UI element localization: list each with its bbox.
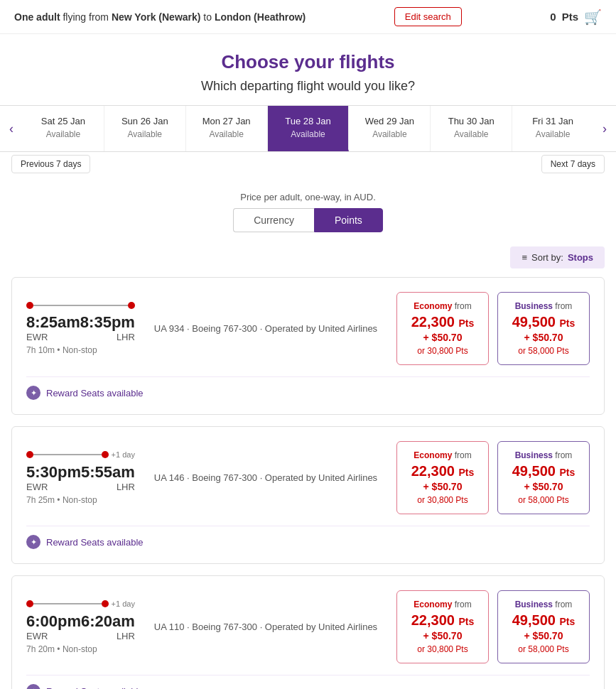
- points-label: Pts: [562, 11, 578, 23]
- economy-label: Economy from: [409, 600, 477, 609]
- top-bar: One adult flying from New York (Newark) …: [0, 0, 616, 34]
- flight-list: 8:25am EWR 8:35pm LHR 7h 10m • Non-stop …: [0, 277, 616, 689]
- reward-text: Reward Seats available: [46, 388, 144, 398]
- flight-duration: 7h 25m • Non-stop: [26, 495, 135, 505]
- reward-text: Reward Seats available: [46, 537, 144, 548]
- date-tab-day: Tue 28 Jan: [274, 116, 343, 126]
- depart-dot: [26, 600, 33, 607]
- flight-card-0: 8:25am EWR 8:35pm LHR 7h 10m • Non-stop …: [11, 277, 605, 415]
- business-price-box[interactable]: Business from 49,500 Pts + $50.70 or 58,…: [497, 441, 590, 514]
- arrive-info: 6:20am LHR: [81, 612, 135, 641]
- date-selector: ‹ Sat 25 JanAvailableSun 26 JanAvailable…: [0, 105, 616, 152]
- economy-price-box[interactable]: Economy from 22,300 Pts + $50.70 or 30,8…: [396, 441, 489, 514]
- date-tab-5[interactable]: Thu 30 JanAvailable: [431, 106, 512, 151]
- depart-time: 6:00pm: [26, 612, 81, 631]
- sort-value: Stops: [568, 252, 593, 263]
- flight-card-1: +1 day 5:30pm EWR 5:55am LHR 7h 25m • No…: [11, 426, 605, 564]
- date-tabs: Sat 25 JanAvailableSun 26 JanAvailableMo…: [23, 106, 593, 151]
- economy-pts-main: 22,300 Pts: [409, 612, 477, 629]
- reward-row: ✦ Reward Seats available: [26, 675, 590, 689]
- reward-text: Reward Seats available: [46, 686, 144, 690]
- currency-toggle-button[interactable]: Currency: [233, 208, 314, 232]
- date-tab-day: Sat 25 Jan: [28, 116, 98, 126]
- price-options: Economy from 22,300 Pts + $50.70 or 30,8…: [396, 590, 590, 663]
- economy-or: or 30,800 Pts: [409, 346, 477, 356]
- sort-bar: ≡ Sort by: Stops: [0, 246, 616, 277]
- date-tab-status: Available: [436, 129, 506, 139]
- flight-number: UA 110 · Boeing 767-300 · Operated by Un…: [154, 622, 377, 632]
- economy-price-box[interactable]: Economy from 22,300 Pts + $50.70 or 30,8…: [396, 590, 489, 663]
- depart-dot: [26, 302, 33, 309]
- flight-details-col: UA 934 · Boeing 767-300 · Operated by Un…: [154, 323, 377, 334]
- business-price-box[interactable]: Business from 49,500 Pts + $50.70 or 58,…: [497, 292, 590, 365]
- date-tab-status: Available: [28, 129, 98, 139]
- date-tab-0[interactable]: Sat 25 JanAvailable: [23, 106, 104, 151]
- arrive-airport: LHR: [80, 332, 135, 342]
- flight-number: UA 146 · Boeing 767-300 · Operated by Un…: [154, 472, 377, 483]
- economy-surcharge: + $50.70: [409, 481, 477, 492]
- arrive-time-block: 8:35pm: [80, 313, 135, 332]
- business-or: or 58,000 Pts: [509, 346, 578, 356]
- depart-info: 8:25am EWR: [26, 313, 80, 342]
- business-label: Business from: [509, 450, 578, 460]
- date-tab-4[interactable]: Wed 29 JanAvailable: [349, 106, 431, 151]
- depart-dot: [26, 451, 33, 458]
- flight-times: 8:25am EWR 8:35pm LHR 7h 10m • Non-stop: [26, 302, 135, 355]
- next-7-days-button[interactable]: Next 7 days: [541, 155, 605, 173]
- flight-card-2: +1 day 6:00pm EWR 6:20am LHR 7h 20m • No…: [11, 575, 605, 689]
- economy-surcharge: + $50.70: [409, 332, 477, 343]
- date-tab-3[interactable]: Tue 28 JanAvailable: [268, 106, 350, 151]
- business-or: or 58,000 Pts: [509, 495, 578, 505]
- route-visual: +1 day: [26, 600, 135, 608]
- flight-duration: 7h 20m • Non-stop: [26, 644, 135, 654]
- depart-info: 6:00pm EWR: [26, 612, 81, 641]
- date-tab-status: Available: [274, 129, 343, 139]
- depart-airport: EWR: [26, 482, 81, 492]
- depart-time: 5:30pm: [26, 463, 81, 482]
- points-toggle-button[interactable]: Points: [314, 208, 383, 232]
- flight-details-col: UA 110 · Boeing 767-300 · Operated by Un…: [154, 622, 377, 632]
- date-tab-6[interactable]: Fri 31 JanAvailable: [512, 106, 593, 151]
- prev-date-nav[interactable]: ‹: [0, 106, 23, 151]
- flight-main-row: +1 day 5:30pm EWR 5:55am LHR 7h 25m • No…: [26, 441, 590, 514]
- time-airports: 8:25am EWR 8:35pm LHR: [26, 313, 135, 342]
- date-tab-status: Available: [192, 129, 261, 139]
- depart-time: 8:25am: [26, 313, 80, 332]
- price-info: Price per adult, one-way, in AUD.: [0, 192, 616, 202]
- cart-icon[interactable]: 🛒: [584, 9, 602, 26]
- flight-info: One adult flying from New York (Newark) …: [14, 11, 306, 23]
- reward-row: ✦ Reward Seats available: [26, 376, 590, 400]
- currency-points-toggle: Currency Points: [0, 208, 616, 232]
- date-tab-day: Sun 26 Jan: [110, 116, 180, 126]
- economy-pts-main: 22,300 Pts: [409, 314, 477, 330]
- plus-day-label: +1 day: [112, 600, 135, 608]
- time-airports: 5:30pm EWR 5:55am LHR: [26, 463, 135, 492]
- economy-or: or 30,800 Pts: [409, 495, 477, 505]
- next-date-nav[interactable]: ›: [593, 106, 616, 151]
- page-title: Choose your flights: [0, 34, 616, 79]
- arrive-time: 5:55am: [81, 463, 135, 482]
- arrive-dot: [128, 302, 135, 309]
- previous-7-days-button[interactable]: Previous 7 days: [11, 155, 90, 173]
- date-tab-day: Mon 27 Jan: [192, 116, 261, 126]
- date-tab-day: Fri 31 Jan: [518, 116, 588, 126]
- adult-description: One adult flying from New York (Newark) …: [14, 11, 306, 23]
- business-price-box[interactable]: Business from 49,500 Pts + $50.70 or 58,…: [497, 590, 590, 663]
- economy-surcharge: + $50.70: [409, 630, 477, 641]
- flight-details-col: UA 146 · Boeing 767-300 · Operated by Un…: [154, 472, 377, 483]
- date-tab-day: Wed 29 Jan: [355, 116, 424, 126]
- arrive-info: 5:55am LHR: [81, 463, 135, 492]
- price-options: Economy from 22,300 Pts + $50.70 or 30,8…: [396, 441, 590, 514]
- time-airports: 6:00pm EWR 6:20am LHR: [26, 612, 135, 641]
- economy-price-box[interactable]: Economy from 22,300 Pts + $50.70 or 30,8…: [396, 292, 489, 365]
- date-tab-status: Available: [110, 129, 180, 139]
- date-tab-1[interactable]: Sun 26 JanAvailable: [104, 106, 186, 151]
- reward-row: ✦ Reward Seats available: [26, 526, 590, 549]
- business-pts-main: 49,500 Pts: [509, 463, 578, 479]
- edit-search-button[interactable]: Edit search: [394, 7, 462, 26]
- date-tab-2[interactable]: Mon 27 JanAvailable: [186, 106, 268, 151]
- business-label: Business from: [509, 600, 578, 609]
- sort-button[interactable]: ≡ Sort by: Stops: [510, 246, 605, 268]
- arrive-time-block: 5:55am: [81, 463, 135, 482]
- flight-duration: 7h 10m • Non-stop: [26, 345, 135, 355]
